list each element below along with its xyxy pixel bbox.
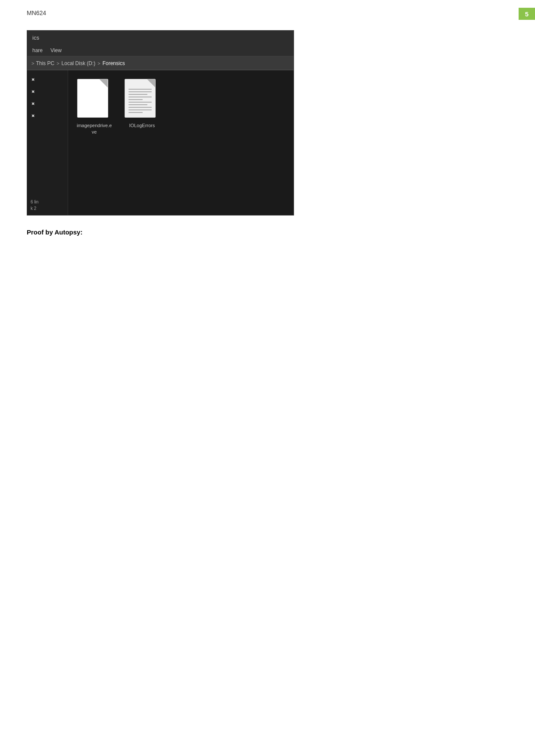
sidebar-bottom-text-1: 6 lin <box>31 199 64 205</box>
explorer-content: ✦ ✦ ✦ ✦ 6 lin k 2 <box>27 70 294 215</box>
file-line-9 <box>128 109 152 110</box>
pin-icon-4: ✦ <box>29 112 38 120</box>
address-segment-this-pc[interactable]: This PC <box>36 60 54 66</box>
file-line-10 <box>128 112 142 113</box>
file-name-iologerrors: IOLogErrors <box>129 122 155 129</box>
proof-by-autopsy-label: Proof by Autopsy: <box>27 228 82 236</box>
sidebar-item-4[interactable]: ✦ <box>27 111 68 121</box>
sidebar: ✦ ✦ ✦ ✦ 6 lin k 2 <box>27 70 68 215</box>
page-number-badge: 5 <box>519 8 535 20</box>
title-bar-text: ics <box>32 34 39 41</box>
explorer-window: ics hare View > This PC > Local Disk (D:… <box>27 30 294 216</box>
file-item-imagependrive[interactable]: imagependrive.e ve <box>77 79 112 136</box>
file-line-5 <box>128 99 142 100</box>
pin-icon-3: ✦ <box>29 100 38 108</box>
file-line-1 <box>128 89 152 90</box>
file-item-iologerrors[interactable]: IOLogErrors <box>125 79 159 129</box>
file-line-4 <box>128 97 152 97</box>
file-area: imagependrive.e ve <box>68 70 294 215</box>
file-line-2 <box>128 91 152 92</box>
sidebar-bottom: 6 lin k 2 <box>27 195 68 215</box>
address-segment-local-disk[interactable]: Local Disk (D:) <box>62 60 96 66</box>
address-back-chevron: > <box>31 61 34 66</box>
sidebar-item-3[interactable]: ✦ <box>27 99 68 109</box>
pin-icon-1: ✦ <box>29 75 38 84</box>
file-name-imagependrive: imagependrive.e ve <box>77 122 112 136</box>
address-sep-1: > <box>56 61 59 66</box>
sidebar-bottom-text-2: k 2 <box>31 205 64 212</box>
address-segment-forensics[interactable]: Forensics <box>103 60 125 66</box>
file-icon-imagependrive <box>77 79 112 120</box>
sidebar-item-1[interactable]: ✦ <box>27 75 68 85</box>
file-lines-iologerrors <box>128 89 152 115</box>
document-id: MN624 <box>27 9 46 16</box>
file-line-7 <box>128 104 147 105</box>
menu-item-view[interactable]: View <box>50 47 62 53</box>
menu-bar: hare View <box>27 44 294 56</box>
sidebar-item-2[interactable]: ✦ <box>27 87 68 97</box>
menu-item-share[interactable]: hare <box>32 47 43 53</box>
file-line-6 <box>128 102 152 103</box>
file-line-3 <box>128 94 147 95</box>
title-bar: ics <box>27 31 294 44</box>
address-sep-2: > <box>97 61 100 66</box>
file-line-8 <box>128 107 152 108</box>
pin-icon-2: ✦ <box>29 87 38 96</box>
file-shape-iologerrors <box>125 79 156 118</box>
file-icon-iologerrors <box>125 79 159 120</box>
file-shape-imagependrive <box>77 79 108 118</box>
address-bar[interactable]: > This PC > Local Disk (D:) > Forensics <box>27 56 294 70</box>
